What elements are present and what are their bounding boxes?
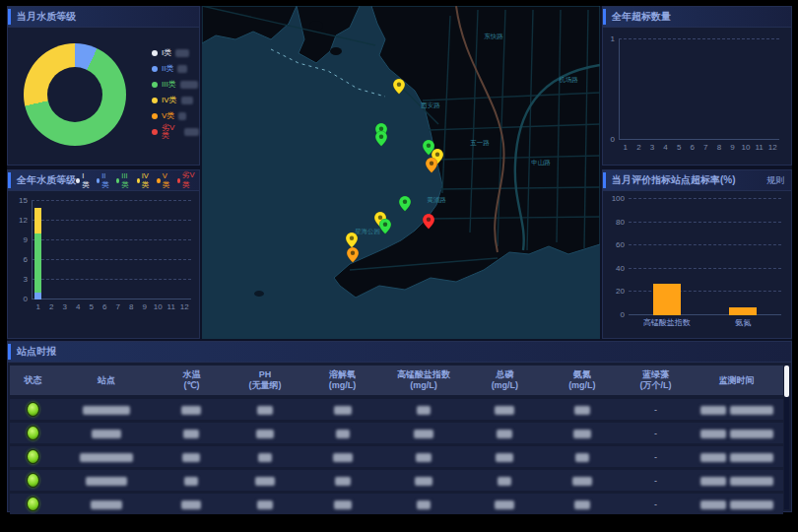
station-cell: [56, 404, 157, 414]
x-tick: 5: [677, 144, 681, 152]
legend-dot: [97, 178, 100, 183]
rate-bar-chart: 020406080100高锰酸盐指数氨氮: [629, 199, 781, 315]
algae-cell: -: [621, 452, 691, 462]
donut-legend: I类II类III类IV类V类劣V类: [152, 47, 199, 142]
annual-bar-chart: 03691215123456789101112: [32, 201, 191, 299]
exceedance-line-chart: 01123456789101112: [619, 39, 779, 140]
panel-title: 全年水质等级: [17, 173, 76, 187]
stacked-bar-month-1: [34, 201, 41, 299]
redacted-date: [700, 406, 726, 415]
legend-dot: [137, 178, 140, 183]
x-tick: 2: [49, 303, 53, 311]
value-cell: [466, 451, 544, 461]
time-cell: [691, 428, 783, 437]
col-header-站点: 站点: [56, 375, 157, 386]
redacted-value: [496, 453, 513, 462]
redacted-time: [730, 430, 773, 438]
station-cell: [56, 475, 157, 485]
col-header-水温: 水温(℃): [157, 369, 227, 391]
rate-bar-氨氮: [729, 307, 757, 315]
legend-item-II类[interactable]: II类: [97, 170, 111, 190]
time-cell: [691, 499, 783, 508]
x-tick: 10: [742, 144, 751, 152]
value-cell: [381, 404, 466, 414]
dashboard-stage: 当月水质等级 I类II类III类IV类V类劣V类 全年水质等级 I类II类III…: [0, 0, 798, 532]
redacted-value: [572, 477, 592, 486]
rate-bar-高锰酸盐指数: [653, 284, 681, 315]
station-pin-green[interactable]: [375, 131, 387, 147]
time-cell: [691, 404, 783, 414]
station-pin-orange[interactable]: [426, 158, 437, 173]
legend-item-III类[interactable]: III类: [116, 170, 131, 190]
redacted-value: [183, 430, 199, 438]
redacted-value: [416, 453, 432, 462]
redacted-value: [417, 500, 431, 509]
station-pin-orange[interactable]: [347, 247, 359, 263]
station-pin-yellow[interactable]: [393, 79, 405, 95]
legend-label: II类: [101, 171, 110, 190]
legend-dot: [76, 178, 80, 183]
scrollbar-thumb[interactable]: [784, 366, 789, 397]
legend-dot: [152, 66, 158, 72]
panel-annual-exceedance: 全年超标数量 01123456789101112: [602, 6, 792, 166]
redacted-value: [83, 406, 130, 415]
legend-item-III类[interactable]: III类: [152, 79, 199, 90]
panel-header: 全年水质等级 I类II类III类IV类V类劣V类: [8, 170, 199, 191]
redacted-value: [255, 477, 275, 486]
col-header-监测时间: 监测时间: [691, 375, 783, 386]
legend-label: I类: [162, 49, 171, 57]
legend-item-劣V类[interactable]: 劣V类: [177, 170, 195, 190]
value-cell: [157, 404, 227, 414]
station-pin-red[interactable]: [423, 214, 434, 230]
station-pin-green[interactable]: [399, 196, 411, 212]
map[interactable]: 东快路机场路西安路五一路中山路黄浦路星海公园: [202, 6, 600, 339]
value-cell: [227, 499, 304, 508]
status-cell: [10, 473, 56, 488]
legend-item-劣V类[interactable]: 劣V类: [152, 126, 199, 137]
status-dot-green: [27, 402, 39, 417]
redacted-value: [336, 430, 350, 438]
legend-dot: [116, 178, 119, 183]
redacted-value: [495, 500, 514, 509]
bar-segment-III类: [34, 233, 41, 293]
algae-cell: -: [621, 429, 691, 438]
redacted-value: [80, 453, 133, 462]
redacted-value: [257, 406, 273, 415]
col-header-溶解氧: 溶解氧(mg/L): [303, 369, 381, 391]
redacted-value: [497, 430, 512, 438]
legend-item-V类[interactable]: V类: [157, 170, 171, 190]
x-tick: 3: [63, 303, 67, 311]
legend-dot: [152, 82, 158, 88]
table-header-row: 状态站点水温(℃)PH(无量纲)溶解氧(mg/L)高锰酸盐指数(mg/L)总磷(…: [10, 366, 783, 395]
redacted-value: [91, 500, 122, 509]
legend-item-IV类[interactable]: IV类: [137, 170, 152, 190]
value-cell: [303, 499, 381, 508]
x-tick: 9: [730, 144, 734, 152]
rule-link[interactable]: 规则: [766, 174, 784, 187]
x-tick: 12: [768, 144, 777, 152]
legend-label: V类: [163, 171, 171, 190]
legend-item-I类[interactable]: I类: [76, 170, 91, 190]
value-cell: [466, 499, 544, 508]
station-pin-yellow[interactable]: [346, 233, 358, 248]
station-pin-green[interactable]: [379, 219, 391, 234]
value-cell: [381, 475, 466, 485]
algae-cell: -: [621, 405, 691, 415]
value-cell: [227, 475, 304, 485]
annual-legend: I类II类III类IV类V类劣V类: [76, 170, 195, 190]
legend-item-V类[interactable]: V类: [152, 110, 199, 121]
legend-label: III类: [162, 81, 176, 89]
redacted-date: [700, 430, 726, 438]
legend-label: IV类: [142, 171, 151, 190]
panel-header: 全年超标数量: [603, 7, 791, 28]
legend-item-II类[interactable]: II类: [152, 63, 199, 74]
redacted-value: [184, 477, 198, 486]
status-dot-green: [27, 426, 39, 440]
legend-item-I类[interactable]: I类: [152, 47, 199, 58]
redacted-value: [182, 453, 200, 462]
legend-item-IV类[interactable]: IV类: [152, 95, 199, 105]
table-row: -: [10, 423, 783, 443]
map-road-label: 中山路: [531, 159, 551, 166]
value-cell: [466, 428, 544, 437]
map-road-label: 五一路: [470, 139, 490, 146]
